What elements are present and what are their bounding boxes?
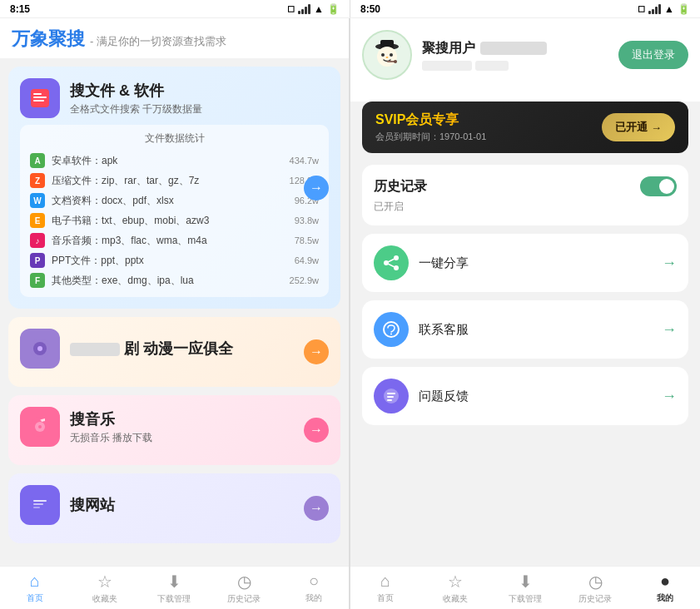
left-signal (298, 4, 310, 14)
user-tag-blurred (475, 61, 509, 71)
web-card-arrow[interactable]: → (304, 496, 329, 521)
stat-row-other: F 其他类型：exe、dmg、ipa、lua 252.9w (30, 270, 319, 290)
nav-downloads-left[interactable]: ⬇ 下载管理 (140, 570, 210, 606)
svg-point-19 (390, 53, 393, 57)
stat-row-ebook: E 电子书籍：txt、ebup、mobi、azw3 93.8w (30, 210, 319, 230)
service-menu-item[interactable]: 联系客服 → (362, 300, 688, 359)
video-card-arrow[interactable]: → (304, 339, 329, 364)
right-wifi-icon: ▲ (664, 3, 674, 15)
favorites-icon-right: ☆ (448, 572, 463, 592)
favorites-label-right: 收藏夹 (443, 593, 468, 605)
file-card-arrow[interactable]: → (304, 176, 329, 201)
logout-button[interactable]: 退出登录 (618, 41, 688, 69)
stat-dot-ppt: P (30, 253, 45, 268)
nav-history-left[interactable]: ◷ 历史记录 (209, 570, 279, 606)
stat-dot-doc: W (30, 193, 45, 208)
svg-point-9 (38, 425, 42, 428)
app-title-sub: - 满足你的一切资源查找需求 (90, 34, 226, 49)
video-icon (20, 329, 60, 369)
stat-row-zip: Z 压缩文件：zip、rar、tar、gz、7z 128.9w (30, 171, 319, 191)
user-name-label: 聚搜用户 (422, 40, 475, 57)
right-battery-icon: 🔋 (678, 3, 690, 15)
stat-row-ppt: P PPT文件：ppt、pptx 64.9w (30, 250, 319, 270)
svg-point-22 (394, 60, 397, 63)
history-label-left: 历史记录 (227, 593, 261, 605)
vip-button[interactable]: 已开通 → (602, 113, 675, 141)
history-toggle[interactable] (640, 176, 677, 196)
home-label-left: 首页 (27, 592, 43, 604)
web-search-card[interactable]: 搜网站 → (8, 473, 340, 543)
stat-dot-other: F (30, 273, 45, 288)
stat-row-doc: W 文档资料：docx、pdf、xlsx 96.2w (30, 191, 319, 210)
history-icon-right: ◷ (588, 572, 603, 592)
home-icon-right: ⌂ (380, 572, 390, 591)
svg-rect-2 (33, 97, 47, 98)
stat-dot-ebook: E (30, 213, 45, 228)
nav-favorites-right[interactable]: ☆ 收藏夹 (420, 570, 490, 606)
history-label-right: 历史记录 (578, 593, 612, 605)
favorites-icon-left: ☆ (97, 572, 112, 592)
user-name-blurred (480, 42, 547, 55)
nav-downloads-right[interactable]: ⬇ 下载管理 (490, 570, 560, 606)
right-status-icon: ◻ (638, 3, 645, 14)
file-card-title: 搜文件 & 软件 (70, 81, 202, 101)
service-icon (374, 312, 409, 347)
left-scroll-area: 搜文件 & 软件 全格式文件搜索 千万级数据量 → 文件数据统计 A 安卓软件：… (0, 58, 349, 566)
history-status: 已开启 (374, 200, 677, 214)
nav-mine-left[interactable]: ○ 我的 (279, 570, 349, 606)
svg-rect-11 (33, 500, 47, 502)
svg-rect-12 (33, 503, 43, 505)
favorites-label-left: 收藏夹 (92, 593, 117, 605)
svg-rect-33 (387, 399, 392, 401)
stat-dot-music: ♪ (30, 233, 45, 248)
left-battery-icon: 🔋 (327, 3, 340, 15)
svg-point-20 (386, 57, 389, 58)
history-card: 历史记录 已开启 (362, 165, 688, 225)
feedback-menu-item[interactable]: 问题反馈 → (362, 367, 688, 425)
user-avatar (362, 30, 412, 80)
svg-rect-1 (33, 93, 42, 95)
svg-point-6 (37, 346, 42, 351)
vip-banner[interactable]: SVIP会员专享 会员到期时间：1970-01-01 已开通 → (362, 102, 688, 153)
svg-rect-3 (33, 100, 44, 102)
nav-home-left[interactable]: ⌂ 首页 (0, 570, 70, 606)
file-card-subtitle: 全格式文件搜索 千万级数据量 (70, 102, 202, 116)
music-icon (20, 407, 60, 447)
mine-label-left: 我的 (305, 592, 322, 604)
nav-history-right[interactable]: ◷ 历史记录 (560, 570, 630, 606)
stat-dot-zip: Z (30, 173, 45, 188)
right-time: 8:50 (360, 3, 380, 15)
svg-rect-13 (33, 507, 40, 508)
share-menu-item[interactable]: 一键分享 → (362, 234, 688, 292)
stat-row-apk: A 安卓软件：apk 434.7w (30, 151, 319, 171)
feedback-icon (374, 379, 409, 413)
stat-row-music: ♪ 音乐音频：mp3、flac、wma、m4a 78.5w (30, 230, 319, 250)
home-label-right: 首页 (377, 592, 394, 604)
share-label: 一键分享 (419, 255, 652, 271)
web-card-title: 搜网站 (70, 495, 115, 515)
music-card-title: 搜音乐 (70, 409, 152, 429)
svg-rect-32 (387, 396, 394, 398)
feedback-arrow-icon: → (662, 388, 677, 405)
music-search-card[interactable]: 搜音乐 无损音乐 播放下载 → (8, 395, 340, 465)
right-bottom-nav: ⌂ 首页 ☆ 收藏夹 ⬇ 下载管理 ◷ 历史记录 ● 我的 (350, 566, 700, 609)
nav-home-right[interactable]: ⌂ 首页 (350, 570, 420, 606)
music-card-subtitle: 无损音乐 播放下载 (70, 431, 152, 445)
music-card-arrow[interactable]: → (304, 418, 329, 443)
left-status-icon: ◻ (287, 3, 295, 14)
mine-icon-right: ● (660, 572, 670, 591)
share-arrow-icon: → (662, 255, 677, 272)
user-section: 聚搜用户 退出登录 (350, 18, 700, 102)
file-icon (20, 78, 60, 118)
right-scroll-area: 历史记录 已开启 一键分享 → (350, 165, 700, 566)
left-bottom-nav: ⌂ 首页 ☆ 收藏夹 ⬇ 下载管理 ◷ 历史记录 ○ 我的 (0, 566, 349, 609)
file-search-card[interactable]: 搜文件 & 软件 全格式文件搜索 千万级数据量 → 文件数据统计 A 安卓软件：… (8, 67, 340, 309)
nav-mine-right[interactable]: ● 我的 (630, 570, 700, 606)
stat-dot-apk: A (30, 153, 45, 168)
mine-label-right: 我的 (657, 592, 673, 604)
nav-favorites-left[interactable]: ☆ 收藏夹 (70, 570, 140, 606)
service-label: 联系客服 (419, 322, 652, 338)
svg-point-29 (390, 334, 392, 335)
svg-rect-31 (387, 393, 395, 394)
video-search-card[interactable]: 剧 动漫一应俱全 → (8, 317, 340, 387)
